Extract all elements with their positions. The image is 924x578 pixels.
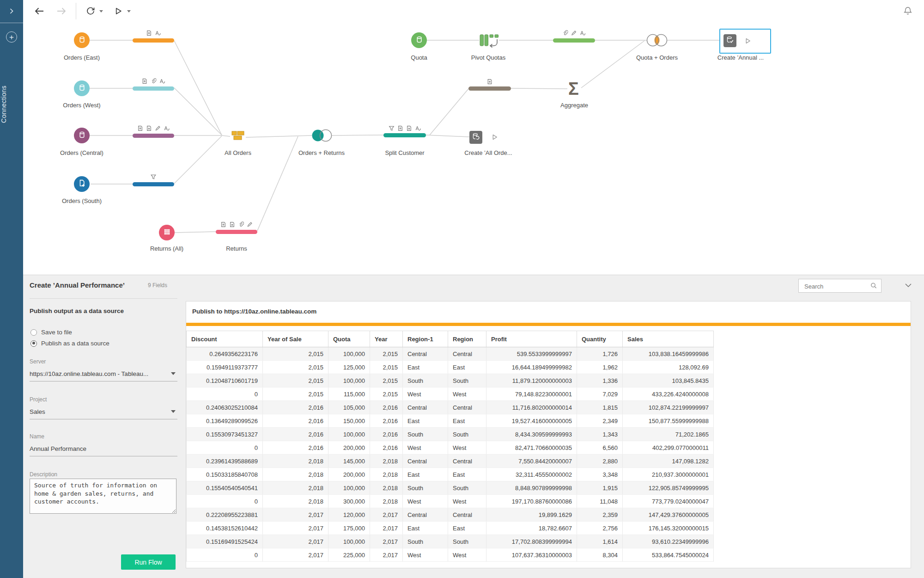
flow-node-orders-west[interactable] — [74, 80, 90, 96]
step-bar-orders-west[interactable] — [133, 86, 174, 91]
table-row[interactable]: 0.159491193737772,015125,0002,015EastEas… — [187, 361, 714, 374]
description-textarea[interactable]: Source of truth for information on home … — [30, 479, 176, 514]
filter-icon[interactable] — [151, 173, 157, 179]
step-bar-split-customer[interactable] — [383, 133, 426, 137]
table-cell: 2,015 — [263, 361, 328, 374]
table-cell: South — [448, 428, 486, 441]
table-row[interactable]: 0.150331858407082,018200,0002,018EastEas… — [187, 468, 714, 481]
run-output-button[interactable] — [744, 37, 751, 44]
filter-icon[interactable] — [389, 125, 395, 131]
change-icons-orders-west — [142, 78, 165, 84]
doc-icon[interactable] — [397, 125, 403, 131]
doc-icon[interactable] — [487, 78, 493, 84]
column-header[interactable]: Quantity — [577, 331, 623, 347]
column-header[interactable]: Region-1 — [403, 331, 448, 347]
pencil-icon[interactable] — [155, 125, 161, 131]
pencil-icon[interactable] — [571, 30, 577, 36]
name-input[interactable]: Annual Performance — [30, 445, 177, 452]
table-row[interactable]: 02,015115,0002,015WestWest79,148.8223000… — [187, 387, 714, 401]
collapse-pane-button[interactable] — [905, 281, 912, 289]
table-row[interactable]: 0.240630252100842,016105,0002,016Central… — [187, 401, 714, 414]
table-row[interactable]: 0.155309734513272,016100,0002,016SouthSo… — [187, 428, 714, 441]
run-dropdown-caret[interactable] — [127, 10, 131, 12]
table-row[interactable]: 0.26493562231762,015100,0002,015CentralC… — [187, 347, 714, 361]
forward-button[interactable] — [54, 3, 69, 19]
table-row[interactable]: 0.145381526104422,017175,0002,017EastEas… — [187, 522, 714, 535]
table-cell: West — [403, 548, 448, 562]
column-header[interactable]: Sales — [623, 331, 714, 347]
notifications-button[interactable] — [900, 3, 916, 19]
flow-node-create-all-orders-output[interactable] — [469, 131, 482, 144]
remove-field-icon[interactable] — [406, 125, 412, 131]
doc-icon[interactable] — [220, 221, 226, 227]
database-icon — [415, 35, 424, 46]
doc-icon[interactable] — [146, 30, 152, 36]
search-input[interactable] — [803, 280, 870, 293]
column-header[interactable]: Profit — [486, 331, 577, 347]
pencil-icon[interactable] — [247, 221, 253, 227]
table-cell: 145,000 — [328, 455, 370, 468]
paperclip-icon[interactable] — [238, 221, 244, 227]
table-cell: 0.12048710601719 — [187, 374, 263, 387]
back-button[interactable] — [31, 3, 47, 19]
flow-node-aggregate[interactable]: Σ — [568, 80, 579, 98]
table-row[interactable]: 02,018300,0002,018WestWest197,170.887600… — [187, 495, 714, 508]
flow-node-pivot-quotas[interactable] — [479, 34, 499, 50]
radio-publish-datasource[interactable]: Publish as a data source — [30, 340, 109, 347]
rename-icon[interactable] — [155, 30, 161, 36]
flow-node-orders-east[interactable] — [74, 32, 90, 48]
flow-node-quota-orders-join[interactable] — [646, 33, 668, 49]
column-header[interactable]: Region — [448, 331, 486, 347]
sidebar-expand-button[interactable] — [0, 0, 23, 22]
table-row[interactable]: 0.136492890995262,016150,0002,016EastEas… — [187, 414, 714, 428]
run-output-button[interactable] — [491, 134, 498, 141]
table-row[interactable]: 02,016200,0002,016WestWest82,471.7066000… — [187, 441, 714, 455]
table-row[interactable]: 0.239614395886892,018145,0002,018Central… — [187, 455, 714, 468]
table-row[interactable]: 0.120487106017192,015100,0002,015SouthSo… — [187, 374, 714, 387]
step-bar-returns[interactable] — [216, 230, 257, 234]
project-select[interactable]: Sales — [30, 408, 177, 415]
remove-field-icon[interactable] — [229, 221, 235, 227]
column-header[interactable]: Quota — [328, 331, 370, 347]
rename-icon[interactable] — [159, 78, 165, 84]
flow-node-returns-all[interactable] — [159, 225, 175, 240]
flow-node-orders-south[interactable] — [74, 176, 90, 192]
step-bar-quota-clean[interactable] — [553, 38, 595, 43]
step-bar-orders-east[interactable] — [133, 38, 174, 43]
flow-node-orders-central[interactable] — [74, 128, 90, 143]
paperclip-icon[interactable] — [562, 30, 568, 36]
run-flow-toolbar-button[interactable] — [110, 3, 126, 19]
table-row[interactable]: 02,017225,0002,017WestWest107,637.363100… — [187, 548, 714, 562]
table-cell: 176,145.32000000015 — [623, 522, 714, 535]
run-flow-button[interactable]: Run Flow — [121, 554, 176, 570]
remove-field-icon[interactable] — [146, 125, 152, 131]
doc-icon[interactable] — [142, 78, 148, 84]
column-header[interactable]: Year — [370, 331, 403, 347]
table-row[interactable]: 0.155405405405412,018100,0002,018SouthSo… — [187, 481, 714, 495]
flow-node-all-orders[interactable] — [230, 130, 246, 145]
step-bar-orders-central[interactable] — [133, 134, 174, 138]
radio-save-to-file[interactable]: Save to file — [30, 329, 72, 336]
flow-node-create-annual-output[interactable] — [719, 29, 771, 54]
server-select[interactable]: https://10az.online.tableau.com - Tablea… — [30, 370, 177, 377]
flow-canvas[interactable]: Σ Orders (East) Orders (West) Orders (Ce… — [23, 22, 924, 275]
paperclip-icon[interactable] — [151, 78, 157, 84]
rename-icon[interactable] — [164, 125, 170, 131]
flow-node-quota[interactable] — [411, 32, 427, 48]
table-cell: 16,644.189499999982 — [486, 361, 577, 374]
table-row[interactable]: 0.222089552238812,017120,0002,017Central… — [187, 508, 714, 522]
refresh-dropdown-caret[interactable] — [99, 10, 103, 12]
flow-node-orders-returns-join[interactable] — [311, 129, 333, 144]
column-header[interactable]: Year of Sale — [263, 331, 328, 347]
output-step-icon-box[interactable] — [723, 34, 736, 47]
rename-icon[interactable] — [415, 125, 421, 131]
doc-icon[interactable] — [137, 125, 143, 131]
table-cell: 2,018 — [370, 495, 403, 508]
column-header[interactable]: Discount — [187, 331, 263, 347]
step-bar-orders-south[interactable] — [133, 182, 174, 186]
add-connection-button[interactable]: + — [6, 31, 17, 43]
table-row[interactable]: 0.151694915254242,017100,0002,017SouthSo… — [187, 535, 714, 548]
rename-icon[interactable] — [580, 30, 586, 36]
refresh-button[interactable] — [83, 3, 98, 19]
step-bar-clean[interactable] — [468, 86, 511, 91]
